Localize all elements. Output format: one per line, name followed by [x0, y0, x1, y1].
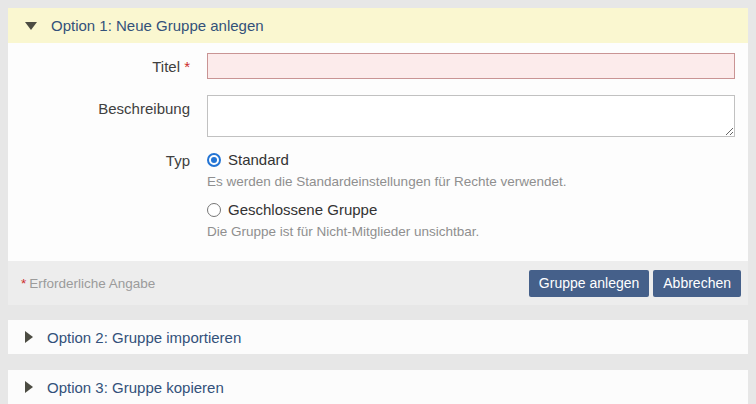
- type-option-closed: Geschlossene Gruppe Die Gruppe ist für N…: [207, 201, 735, 239]
- accordion-section-import-group: Option 2: Gruppe importieren: [8, 320, 748, 354]
- required-asterisk: *: [184, 58, 190, 75]
- radio-unselected-icon[interactable]: [207, 203, 221, 217]
- accordion-section-new-group: Option 1: Neue Gruppe anlegen Titel * Be…: [8, 8, 748, 305]
- accordion-header-label: Option 3: Gruppe kopieren: [47, 379, 224, 396]
- accordion-header-label: Option 2: Gruppe importieren: [47, 329, 241, 346]
- radio-help-text: Die Gruppe ist für Nicht-Mitglieder unsi…: [207, 224, 735, 239]
- description-textarea[interactable]: [207, 95, 735, 137]
- radio-option-standard[interactable]: Standard: [207, 151, 735, 168]
- chevron-right-icon: [25, 381, 33, 393]
- radio-help-text: Es werden die Standardeinstellungen für …: [207, 174, 735, 189]
- accordion-section-copy-group: Option 3: Gruppe kopieren: [8, 370, 748, 404]
- radio-selected-icon[interactable]: [207, 153, 221, 167]
- radio-label[interactable]: Geschlossene Gruppe: [228, 201, 377, 218]
- create-group-button[interactable]: Gruppe anlegen: [529, 270, 649, 297]
- type-option-standard: Standard Es werden die Standardeinstellu…: [207, 151, 735, 189]
- accordion: Option 1: Neue Gruppe anlegen Titel * Be…: [0, 0, 756, 404]
- title-label: Titel *: [8, 53, 207, 75]
- title-row: Titel *: [8, 53, 748, 79]
- chevron-right-icon: [25, 331, 33, 343]
- title-input[interactable]: [207, 53, 735, 79]
- required-note: *Erforderliche Angabe: [21, 276, 529, 291]
- radio-option-closed[interactable]: Geschlossene Gruppe: [207, 201, 735, 218]
- chevron-down-icon: [25, 22, 37, 30]
- description-label: Beschreibung: [8, 95, 207, 117]
- required-asterisk: *: [21, 276, 26, 291]
- cancel-button[interactable]: Abbrechen: [653, 270, 741, 297]
- description-row: Beschreibung: [8, 95, 748, 137]
- form-footer: *Erforderliche Angabe Gruppe anlegen Abb…: [8, 261, 748, 305]
- accordion-header-label: Option 1: Neue Gruppe anlegen: [51, 17, 264, 34]
- type-label: Typ: [8, 151, 207, 169]
- type-row: Typ Standard Es werden die Standardeinst…: [8, 151, 748, 239]
- accordion-header-copy-group[interactable]: Option 3: Gruppe kopieren: [8, 370, 748, 404]
- accordion-header-import-group[interactable]: Option 2: Gruppe importieren: [8, 320, 748, 354]
- new-group-form: Titel * Beschreibung Typ: [8, 43, 748, 261]
- accordion-header-new-group[interactable]: Option 1: Neue Gruppe anlegen: [8, 8, 748, 43]
- radio-label[interactable]: Standard: [228, 151, 289, 168]
